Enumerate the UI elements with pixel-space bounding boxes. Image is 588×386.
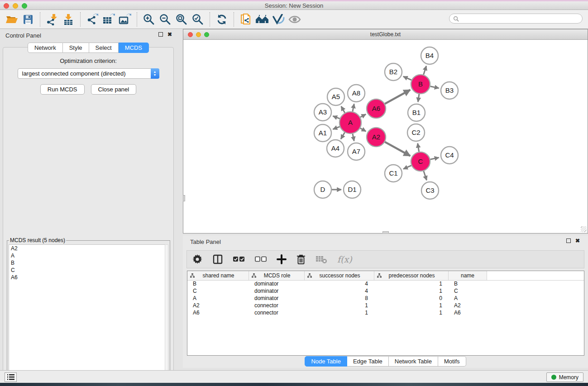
- column-header-name[interactable]: name: [449, 271, 487, 280]
- cell-name[interactable]: C: [449, 288, 487, 295]
- cell-predecessor-nodes[interactable]: 1: [374, 302, 449, 310]
- cell-name[interactable]: A6: [449, 310, 487, 317]
- select-all-rows-button[interactable]: [233, 253, 245, 266]
- graph-node-B[interactable]: B: [411, 75, 430, 94]
- resize-grip-icon[interactable]: [581, 226, 587, 232]
- zoom-fit-button[interactable]: [173, 12, 190, 27]
- export-table-button[interactable]: [100, 12, 117, 27]
- graph-node-A8[interactable]: A8: [348, 85, 365, 102]
- edge-A-A4[interactable]: [341, 133, 344, 139]
- export-image-button[interactable]: [117, 12, 133, 27]
- graph-node-B1[interactable]: B1: [408, 104, 425, 121]
- cell-successor-nodes[interactable]: 8: [305, 295, 374, 302]
- import-network-button[interactable]: [44, 12, 60, 27]
- splitter-handle[interactable]: [183, 195, 185, 201]
- close-panel-icon[interactable]: ✖: [167, 32, 172, 37]
- float-table-panel-icon[interactable]: [566, 238, 571, 243]
- table-row[interactable]: A2connector11A2: [187, 302, 584, 310]
- cell-predecessor-nodes[interactable]: 1: [374, 288, 449, 295]
- column-header-shared-name[interactable]: shared name: [187, 271, 249, 280]
- graph-node-C4[interactable]: C4: [441, 147, 458, 164]
- cell-predecessor-nodes[interactable]: 1: [374, 281, 449, 288]
- graph-node-D[interactable]: D: [314, 181, 331, 198]
- result-item[interactable]: B: [9, 259, 165, 267]
- graph-node-B4[interactable]: B4: [421, 47, 438, 64]
- cell-shared-name[interactable]: A6: [187, 310, 249, 317]
- edge-C-C3[interactable]: [424, 171, 427, 180]
- graph-node-B3[interactable]: B3: [441, 82, 458, 99]
- cell-successor-nodes[interactable]: 1: [305, 310, 374, 317]
- optimization-criterion-dropdown[interactable]: largest connected component (directed) ▲…: [18, 68, 159, 79]
- cell-name[interactable]: A: [449, 295, 487, 302]
- edge-A-A7[interactable]: [353, 133, 354, 141]
- graph-node-A6[interactable]: A6: [367, 99, 386, 118]
- tab-select[interactable]: Select: [89, 43, 119, 53]
- splitter-handle[interactable]: [382, 231, 389, 234]
- graph-node-D1[interactable]: D1: [344, 181, 361, 198]
- task-history-button[interactable]: [5, 372, 17, 382]
- node-table[interactable]: shared nameMCDS rolesuccessor nodesprede…: [187, 271, 584, 356]
- export-network-button[interactable]: [84, 12, 100, 27]
- result-item[interactable]: C: [9, 267, 165, 274]
- edge-B-B1[interactable]: [418, 94, 419, 102]
- edge-B-B3[interactable]: [430, 86, 439, 88]
- memory-button[interactable]: Memory: [546, 372, 583, 382]
- function-builder-button[interactable]: f(x): [337, 253, 352, 266]
- cell-mcds-role[interactable]: connector: [249, 302, 305, 310]
- zoom-selected-button[interactable]: [190, 12, 206, 27]
- edge-A-A6[interactable]: [360, 114, 366, 117]
- home-view-button[interactable]: [254, 12, 270, 27]
- result-item[interactable]: A6: [9, 274, 165, 281]
- add-row-button[interactable]: [277, 253, 287, 266]
- delete-table-button[interactable]: [316, 253, 327, 266]
- tab-network-table[interactable]: Network Table: [389, 356, 438, 367]
- run-mcds-button[interactable]: Run MCDS: [40, 84, 85, 95]
- edge-C-C1[interactable]: [403, 166, 411, 169]
- cell-predecessor-nodes[interactable]: 1: [374, 310, 449, 317]
- result-scrollbar[interactable]: [165, 244, 168, 386]
- zoom-out-button[interactable]: [157, 12, 173, 27]
- cell-mcds-role[interactable]: dominator: [249, 295, 305, 302]
- graph-node-C[interactable]: C: [411, 152, 430, 171]
- cell-mcds-role[interactable]: dominator: [249, 281, 305, 288]
- table-row[interactable]: Bdominator41B: [187, 281, 584, 288]
- result-item[interactable]: A2: [9, 245, 165, 252]
- cell-predecessor-nodes[interactable]: 0: [374, 295, 449, 302]
- edge-A6-B[interactable]: [385, 90, 410, 104]
- result-item[interactable]: A: [9, 252, 165, 259]
- cell-name[interactable]: A2: [449, 302, 487, 310]
- graph-node-A1[interactable]: A1: [314, 124, 331, 142]
- network-window-titlebar[interactable]: testGlobe.txt: [183, 29, 588, 40]
- close-table-panel-icon[interactable]: ✖: [575, 238, 580, 243]
- tab-edge-table[interactable]: Edge Table: [347, 356, 389, 367]
- table-row[interactable]: Cdominator41C: [187, 288, 584, 295]
- save-session-button[interactable]: [20, 12, 36, 27]
- toggle-graphics-details-button[interactable]: [270, 12, 287, 27]
- table-row[interactable]: A6connector11A6: [187, 310, 584, 317]
- column-header-predecessor-nodes[interactable]: predecessor nodes: [374, 271, 449, 280]
- show-column-button[interactable]: [212, 253, 223, 266]
- tab-motifs[interactable]: Motifs: [438, 356, 466, 367]
- edge-B-B2[interactable]: [403, 76, 411, 80]
- cell-name[interactable]: B: [449, 281, 487, 288]
- edge-A-A8[interactable]: [353, 104, 354, 112]
- edge-A-A2[interactable]: [360, 128, 366, 131]
- mcds-result-list[interactable]: A2ABCA6: [9, 244, 166, 386]
- deselect-all-rows-button[interactable]: [255, 253, 267, 266]
- table-row[interactable]: Adominator80A: [187, 295, 584, 302]
- tab-style[interactable]: Style: [63, 43, 89, 53]
- delete-row-button[interactable]: [296, 253, 306, 266]
- edge-A-A5[interactable]: [341, 106, 345, 113]
- copy-network-button[interactable]: [238, 12, 254, 27]
- refresh-button[interactable]: [214, 12, 230, 27]
- cell-shared-name[interactable]: C: [187, 288, 249, 295]
- cell-shared-name[interactable]: A: [187, 295, 249, 302]
- edge-A-A3[interactable]: [333, 116, 339, 119]
- open-file-button[interactable]: [4, 12, 20, 27]
- zoom-in-button[interactable]: [141, 12, 157, 27]
- network-canvas[interactable]: B4B2BB3A5A8A6B1A3AC2A1A2A4A7C4CC1C3DD1: [184, 41, 587, 233]
- cell-shared-name[interactable]: B: [187, 281, 249, 288]
- graph-node-A4[interactable]: A4: [327, 140, 344, 157]
- graph-node-C3[interactable]: C3: [421, 182, 439, 199]
- cell-successor-nodes[interactable]: 4: [305, 281, 374, 288]
